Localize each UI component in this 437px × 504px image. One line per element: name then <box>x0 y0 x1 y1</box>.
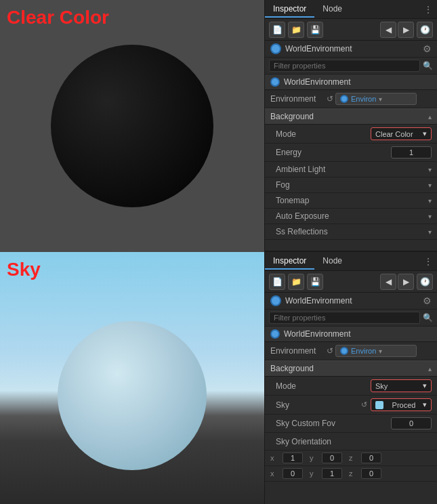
sky-label: Sky <box>7 259 41 280</box>
tonemap-label-top: Tonemap <box>270 196 428 205</box>
mode-dropdown-bottom[interactable]: Sky ▾ <box>371 379 432 392</box>
vec-row-1: x y z <box>265 450 437 466</box>
env-value-btn-top[interactable]: Environ ▾ <box>335 93 417 105</box>
vec1-y-input[interactable] <box>322 453 342 463</box>
tab-inspector-top[interactable]: Inspector <box>265 1 314 18</box>
background-label-top: Background <box>270 112 428 121</box>
back-btn-top[interactable]: ◀ <box>380 22 396 38</box>
world-env-settings-bottom[interactable]: ⚙ <box>423 295 432 306</box>
ss-ref-row-top[interactable]: Ss Reflections ▾ <box>265 224 437 240</box>
viewport-clear-color: Clear Color <box>0 0 264 252</box>
sky-orient-label: Sky Orientation <box>270 437 432 446</box>
env-row-top: Environment ↺ Environ ▾ <box>265 90 437 108</box>
mode-value-bottom: Sky <box>375 382 388 390</box>
vec2-y-input[interactable] <box>322 468 342 479</box>
env-chevron-top: ▾ <box>379 96 382 103</box>
background-group-bottom[interactable]: Background ▴ <box>265 360 437 377</box>
save-btn-top[interactable]: 💾 <box>307 22 323 38</box>
new-btn-top[interactable]: 📄 <box>269 22 285 38</box>
sky-value: Proced <box>392 401 416 409</box>
back-btn-bottom[interactable]: ◀ <box>380 274 396 290</box>
toolbar-nav-bottom: ◀ ▶ <box>380 274 414 290</box>
tonemap-row-top[interactable]: Tonemap ▾ <box>265 193 437 209</box>
toolbar-top: 📄 📁 💾 ◀ ▶ 🕐 <box>265 19 437 41</box>
ambient-chevron-top: ▾ <box>428 166 432 173</box>
save-btn-bottom[interactable]: 💾 <box>307 274 323 290</box>
viewport-sky: Sky <box>0 252 264 504</box>
clear-color-sphere <box>51 45 213 207</box>
world-icon-bottom <box>270 295 281 306</box>
env-globe-top <box>340 95 348 103</box>
vec1-z-input[interactable] <box>361 453 381 463</box>
auto-exp-chevron-top: ▾ <box>428 213 432 220</box>
env-reset-top[interactable]: ↺ <box>325 93 335 104</box>
filter-input-bottom[interactable] <box>269 312 420 324</box>
right-panel: Inspector Node ⋮ 📄 📁 💾 ◀ ▶ 🕐 Wo <box>264 0 437 504</box>
env-label-bottom: Environment <box>270 346 325 356</box>
history-btn-bottom[interactable]: 🕐 <box>417 274 433 290</box>
world-env-row-bottom: WorldEnvironment ⚙ <box>265 293 437 310</box>
vec2-z-input[interactable] <box>361 468 381 479</box>
vec2-x-input[interactable] <box>283 468 303 479</box>
env-row-bottom: Environment ↺ Environ ▾ <box>265 342 437 360</box>
clear-color-label: Clear Color <box>7 7 109 28</box>
section-header-top: WorldEnvironment <box>265 75 437 90</box>
search-icon-top[interactable]: 🔍 <box>423 61 433 70</box>
tonemap-chevron-top: ▾ <box>428 197 432 205</box>
vec-group-1: x y z <box>270 453 387 463</box>
vec1-x-label: x <box>270 454 280 462</box>
section-header-bottom: WorldEnvironment <box>265 327 437 342</box>
sky-fov-input[interactable] <box>391 417 432 429</box>
toolbar-bottom: 📄 📁 💾 ◀ ▶ 🕐 <box>265 271 437 293</box>
toolbar-nav-top: ◀ ▶ <box>380 22 414 38</box>
filter-row-top: 🔍 <box>265 58 437 75</box>
world-env-row-top: WorldEnvironment ⚙ <box>265 41 437 58</box>
forward-btn-top[interactable]: ▶ <box>398 22 414 38</box>
fog-row-top[interactable]: Fog ▾ <box>265 177 437 193</box>
sky-reset-btn[interactable]: ↺ <box>358 400 369 411</box>
tab-node-bottom[interactable]: Node <box>314 253 350 270</box>
filter-input-top[interactable] <box>269 60 420 72</box>
background-group-top[interactable]: Background ▴ <box>265 108 437 125</box>
world-env-label-top: WorldEnvironment <box>285 44 423 54</box>
history-btn-top[interactable]: 🕐 <box>417 22 433 38</box>
mode-label-top: Mode <box>270 129 371 139</box>
world-icon2-top <box>270 77 280 87</box>
energy-input-top[interactable] <box>391 146 432 159</box>
env-reset-bottom[interactable]: ↺ <box>325 345 335 356</box>
tab-bar-bottom: Inspector Node ⋮ <box>265 252 437 271</box>
folder-btn-top[interactable]: 📁 <box>288 22 304 38</box>
inspector-top: Inspector Node ⋮ 📄 📁 💾 ◀ ▶ 🕐 Wo <box>265 0 437 252</box>
sky-chevron: ▾ <box>423 400 427 409</box>
auto-exp-label-top: Auto Exposure <box>270 211 428 221</box>
tab-menu-bottom[interactable]: ⋮ <box>419 253 437 270</box>
env-value-btn-bottom[interactable]: Environ ▾ <box>335 345 417 357</box>
tab-node-top[interactable]: Node <box>314 1 350 18</box>
vec1-x-input[interactable] <box>283 453 303 463</box>
sky-dropdown[interactable]: Proced ▾ <box>371 398 432 411</box>
ss-ref-label-top: Ss Reflections <box>270 227 428 236</box>
env-label-top: Environment <box>270 94 325 104</box>
vec-group-2: x y z <box>270 468 387 479</box>
vec1-z-label: z <box>349 454 358 462</box>
tab-inspector-bottom[interactable]: Inspector <box>265 253 314 270</box>
main-container: Clear Color Sky Inspector Node ⋮ 📄 📁 💾 <box>0 0 437 504</box>
search-icon-bottom[interactable]: 🔍 <box>423 313 433 322</box>
tab-menu-top[interactable]: ⋮ <box>419 1 437 18</box>
env-value-bottom: Environ <box>351 347 376 355</box>
new-btn-bottom[interactable]: 📄 <box>269 274 285 290</box>
section-label-top: WorldEnvironment <box>284 77 350 87</box>
auto-exp-row-top[interactable]: Auto Exposure ▾ <box>265 209 437 224</box>
mode-dropdown-top[interactable]: Clear Color ▾ <box>371 127 432 140</box>
ambient-row-top[interactable]: Ambient Light ▾ <box>265 162 437 177</box>
forward-btn-bottom[interactable]: ▶ <box>398 274 414 290</box>
vec2-z-label: z <box>349 469 358 478</box>
background-label-bottom: Background <box>270 364 428 373</box>
world-icon2-bottom <box>270 329 280 339</box>
ss-ref-chevron-top: ▾ <box>428 228 432 236</box>
world-icon-top <box>270 43 281 54</box>
folder-btn-bottom[interactable]: 📁 <box>288 274 304 290</box>
world-env-settings-top[interactable]: ⚙ <box>423 43 432 54</box>
mode-dropdown-chevron-bottom: ▾ <box>423 381 427 390</box>
mode-row-bottom: Mode Sky ▾ <box>265 377 437 396</box>
